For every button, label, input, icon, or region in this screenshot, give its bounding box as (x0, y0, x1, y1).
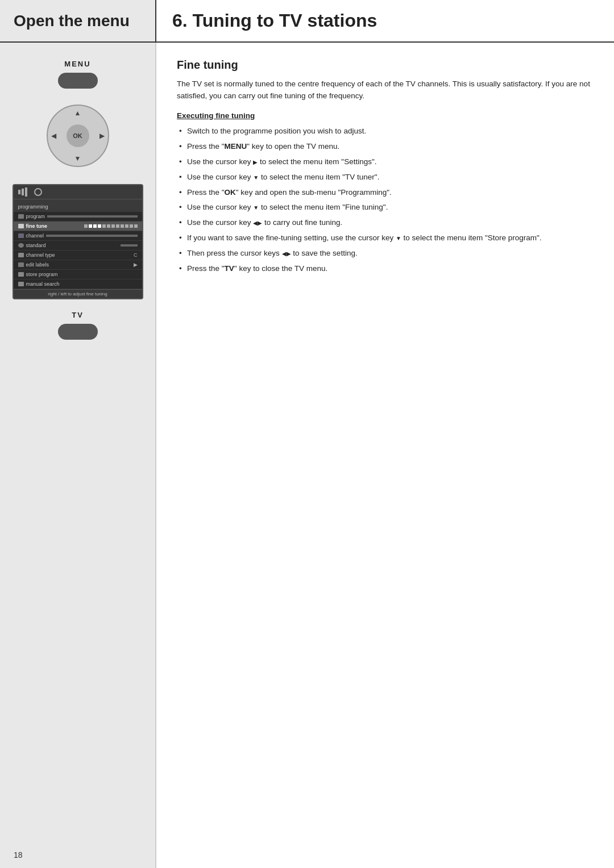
main-content: MENU OK ▲ ▼ ◀ ▶ programmin (0, 43, 614, 868)
seg2 (89, 224, 92, 228)
menu-item-store-program: store program (14, 270, 142, 279)
list-item: Press the "MENU" key to open the TV menu… (177, 141, 594, 153)
header-left-title: Open the menu (0, 0, 156, 41)
seg4 (98, 224, 101, 228)
program-label: program (26, 214, 45, 219)
fine-tune-bar (84, 224, 138, 228)
menu-item-channel-type: channel type C (14, 251, 142, 260)
tv-key: TV (225, 264, 234, 273)
program-icon (18, 214, 24, 219)
menu-button[interactable] (58, 73, 98, 89)
screen-hint: right / left to adjust fine tuning (14, 289, 142, 298)
dpad-up-arrow[interactable]: ▲ (74, 109, 81, 117)
open-menu-title: Open the menu (14, 12, 130, 30)
bar1 (18, 190, 20, 194)
seg12 (134, 224, 138, 228)
right-column: Fine tuning The TV set is normally tuned… (156, 43, 614, 868)
seg7 (111, 224, 115, 228)
manual-search-label: manual search (26, 281, 60, 287)
channel-bar (46, 235, 137, 237)
menu-item-manual-search: manual search (14, 279, 142, 289)
fine-tune-label: fine tune (26, 223, 48, 229)
menu-item-fine-tune: fine tune (14, 222, 142, 231)
screen-mockup: programming program fine tune (13, 184, 143, 299)
edit-labels-label: edit labels (26, 262, 49, 268)
seg5 (102, 224, 106, 228)
section-title: Fine tuning (177, 59, 594, 72)
list-item: Use the cursor key ▼ to select the menu … (177, 202, 594, 214)
tv-button[interactable] (58, 324, 98, 340)
menu-key: MENU (225, 142, 247, 151)
seg8 (116, 224, 119, 228)
list-item: Press the "OK" key and open the sub-menu… (177, 187, 594, 199)
standard-label: standard (26, 243, 46, 248)
fine-tune-icon (18, 224, 24, 228)
screen-tab: programming (14, 199, 142, 212)
program-bar (47, 215, 137, 218)
standard-bar (121, 244, 138, 247)
subsection-title: Executing fine tuning (177, 111, 594, 120)
page-number: 18 (14, 850, 23, 859)
ok-label: OK (73, 132, 82, 139)
signal-icon (18, 187, 27, 197)
header-right-title: 6. Tuning to TV stations (156, 0, 614, 41)
seg1 (84, 224, 88, 228)
tuning-title: 6. Tuning to TV stations (172, 10, 377, 31)
list-item: Then press the cursor keys ◀▶ to save th… (177, 248, 594, 260)
list-item: Switch to the programme position you wis… (177, 126, 594, 137)
channel-type-val: C (134, 252, 138, 258)
menu-label: MENU (64, 60, 90, 68)
list-item: Press the "TV" key to close the TV menu. (177, 263, 594, 275)
ok-key: OK (225, 188, 236, 197)
edit-labels-icon (18, 262, 24, 267)
screen-tab-label: programming (18, 204, 48, 210)
channel-type-icon (18, 253, 24, 257)
cursor-down-icon: ▼ (253, 174, 259, 181)
dpad-down-arrow[interactable]: ▼ (74, 155, 81, 162)
cursor-right-icon3: ▶ (287, 251, 291, 257)
channel-icon (18, 233, 24, 238)
seg10 (125, 224, 128, 228)
menu-item-program: program (14, 212, 142, 222)
edit-labels-arrow: ▶ (134, 262, 138, 268)
list-item: Use the cursor key ▶ to select the menu … (177, 156, 594, 168)
intro-text: The TV set is normally tuned to the cent… (177, 78, 594, 102)
list-item: Use the cursor key ▼ to select the menu … (177, 172, 594, 183)
menu-item-standard: standard (14, 241, 142, 251)
seg6 (107, 224, 110, 228)
dpad: OK ▲ ▼ ◀ ▶ (47, 105, 109, 167)
menu-item-channel: channel (14, 231, 142, 241)
clock-icon (34, 188, 42, 196)
menu-item-edit-labels: edit labels ▶ (14, 260, 142, 270)
store-program-label: store program (26, 272, 58, 277)
seg11 (130, 224, 133, 228)
page-header: Open the menu 6. Tuning to TV stations (0, 0, 614, 43)
cursor-left-icon2: ◀ (282, 251, 287, 257)
list-item: If you want to save the fine-tuning sett… (177, 232, 594, 244)
dpad-right-arrow[interactable]: ▶ (99, 132, 105, 140)
tv-label: TV (72, 311, 84, 319)
screen-topbar (14, 185, 142, 199)
manual-search-icon (18, 282, 24, 286)
cursor-down-icon3: ▼ (396, 235, 401, 241)
list-item: Use the cursor key ◀▶ to carry out fine … (177, 217, 594, 229)
cursor-down-icon2: ▼ (253, 205, 259, 211)
bar3 (25, 187, 27, 197)
channel-label: channel (26, 233, 44, 239)
cursor-right-icon2: ▶ (258, 220, 262, 226)
instructions-list: Switch to the programme position you wis… (177, 126, 594, 275)
channel-type-label: channel type (26, 252, 55, 258)
cursor-right-icon: ▶ (253, 159, 258, 165)
left-column: MENU OK ▲ ▼ ◀ ▶ programmin (0, 43, 156, 868)
ok-button[interactable]: OK (67, 124, 89, 147)
standard-icon (18, 243, 24, 248)
bar2 (22, 189, 24, 195)
seg9 (121, 224, 124, 228)
store-program-icon (18, 272, 24, 277)
seg3 (93, 224, 97, 228)
dpad-left-arrow[interactable]: ◀ (51, 132, 56, 140)
